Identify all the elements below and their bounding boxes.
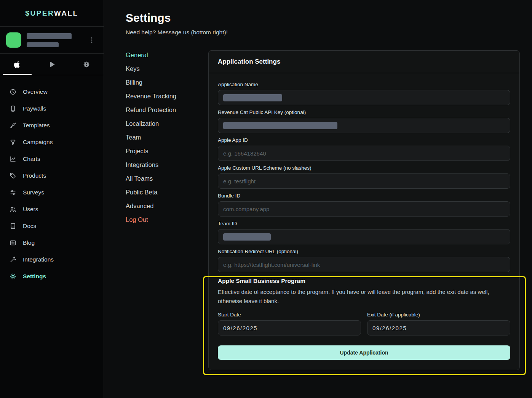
apple-custom-url-scheme-input[interactable] [218, 173, 510, 189]
sidebar-item-docs[interactable]: Docs [0, 218, 104, 234]
integrations-icon [10, 256, 16, 263]
charts-icon [10, 156, 16, 162]
brand-logo-text: $UPERWALL [25, 9, 78, 18]
overview-icon [10, 88, 16, 95]
templates-icon [10, 122, 16, 129]
application-name-input[interactable] [218, 90, 510, 105]
brand-logo-prefix: $UPER [25, 9, 54, 17]
main-content: Settings Need help? Message us (bottom r… [104, 0, 532, 398]
sidebar-item-surveys[interactable]: Surveys [0, 184, 104, 201]
field-bundle-id: Bundle ID [218, 193, 510, 217]
brand-logo-suffix: WALL [54, 9, 78, 17]
sidebar-item-label: Templates [23, 122, 50, 129]
exit-date-input[interactable] [367, 320, 510, 335]
platform-tabs [0, 54, 104, 75]
sidebar-item-label: Integrations [23, 256, 54, 263]
platform-tab-android[interactable] [35, 54, 69, 75]
sidebar-item-users[interactable]: Users [0, 201, 104, 218]
settings-nav-projects[interactable]: Projects [126, 147, 208, 155]
bundle-id-input[interactable] [218, 201, 510, 217]
sidebar-item-overview[interactable]: Overview [0, 83, 104, 100]
paywalls-icon [10, 105, 16, 112]
sidebar-item-label: Products [23, 172, 46, 179]
field-team-id: Team ID [218, 221, 510, 244]
settings-nav-team[interactable]: Team [126, 133, 208, 141]
notification-redirect-url-input[interactable] [218, 257, 510, 272]
start-date-input[interactable] [218, 320, 361, 335]
application-settings-card: Application Settings Application Name Re… [208, 50, 520, 370]
field-label: Revenue Cat Public API Key (optional) [218, 109, 510, 115]
play-icon [48, 61, 55, 68]
sidebar-item-products[interactable]: Products [0, 167, 104, 184]
platform-tab-web[interactable] [69, 54, 104, 75]
exit-date-label: Exit Date (if applicable) [367, 312, 510, 318]
globe-icon [83, 61, 90, 68]
sidebar-item-label: Charts [23, 156, 40, 162]
page-subtitle: Need help? Message us (bottom right)! [126, 29, 520, 36]
start-date-label: Start Date [218, 312, 361, 318]
sidebar-item-label: Settings [23, 273, 46, 280]
sidebar-item-label: Overview [23, 88, 48, 95]
exit-date-field: Exit Date (if applicable) [367, 312, 510, 335]
users-icon [10, 206, 16, 213]
sidebar-item-label: Paywalls [23, 105, 46, 112]
field-label: Application Name [218, 82, 510, 87]
card-title: Application Settings [209, 51, 519, 73]
field-application-name: Application Name [218, 82, 510, 105]
settings-nav-logout[interactable]: Log Out [126, 216, 208, 224]
revenuecat-api-key-input[interactable] [218, 118, 510, 133]
settings-nav-keys[interactable]: Keys [126, 65, 208, 73]
sidebar-item-label: Docs [23, 223, 36, 229]
field-label: Team ID [218, 221, 510, 226]
redacted-value [223, 233, 271, 241]
sidebar-item-blog[interactable]: Blog [0, 234, 104, 251]
field-label: Bundle ID [218, 193, 510, 199]
settings-nav-localization[interactable]: Localization [126, 120, 208, 128]
page-title: Settings [126, 11, 520, 24]
workspace-selector[interactable] [0, 27, 104, 54]
sidebar-item-paywalls[interactable]: Paywalls [0, 100, 104, 117]
sidebar-item-campaigns[interactable]: Campaigns [0, 134, 104, 151]
settings-nav-integrations[interactable]: Integrations [126, 161, 208, 169]
redacted-bar [27, 42, 59, 47]
settings-nav-revenue-tracking[interactable]: Revenue Tracking [126, 92, 208, 100]
kebab-menu-icon[interactable] [86, 35, 97, 45]
settings-nav-all-teams[interactable]: All Teams [126, 175, 208, 183]
sidebar-item-label: Campaigns [23, 139, 53, 146]
settings-nav-refund-protection[interactable]: Refund Protection [126, 106, 208, 114]
docs-icon [10, 223, 16, 229]
surveys-icon [10, 189, 16, 196]
settings-section-nav: General Keys Billing Revenue Tracking Re… [126, 50, 208, 229]
apple-small-business-section: Apple Small Business Program Effective d… [218, 278, 510, 335]
small-business-title: Apple Small Business Program [218, 278, 510, 284]
workspace-name-redacted [27, 33, 86, 47]
redacted-value [223, 122, 337, 129]
small-business-description: Effective date of acceptance to the prog… [218, 287, 510, 306]
sidebar-item-label: Users [23, 206, 38, 213]
settings-nav-public-beta[interactable]: Public Beta [126, 188, 208, 196]
team-id-input[interactable] [218, 229, 510, 244]
sidebar-item-templates[interactable]: Templates [0, 117, 104, 134]
brand-logo[interactable]: $UPERWALL [0, 0, 104, 27]
platform-tab-apple[interactable] [0, 54, 35, 75]
sidebar-item-settings[interactable]: Settings [0, 268, 104, 285]
settings-nav-billing[interactable]: Billing [126, 79, 208, 87]
date-row: Start Date Exit Date (if applicable) [218, 312, 510, 335]
settings-nav-general[interactable]: General [126, 51, 208, 59]
apple-app-id-input[interactable] [218, 146, 510, 161]
app-root: $UPERWALL [0, 0, 532, 398]
sidebar-item-integrations[interactable]: Integrations [0, 251, 104, 268]
sidebar-item-charts[interactable]: Charts [0, 151, 104, 167]
field-apple-app-id: Apple App ID [218, 137, 510, 161]
start-date-field: Start Date [218, 312, 361, 335]
workspace-avatar [6, 32, 21, 48]
apple-icon [14, 61, 21, 68]
settings-gear-icon [10, 273, 16, 280]
sidebar-item-label: Blog [23, 239, 35, 246]
field-label: Notification Redirect URL (optional) [218, 249, 510, 254]
card-body: Application Name Revenue Cat Public API … [209, 73, 519, 370]
update-application-button[interactable]: Update Application [218, 345, 510, 360]
field-label: Apple App ID [218, 137, 510, 143]
settings-nav-advanced[interactable]: Advanced [126, 202, 208, 210]
blog-icon [10, 239, 16, 246]
